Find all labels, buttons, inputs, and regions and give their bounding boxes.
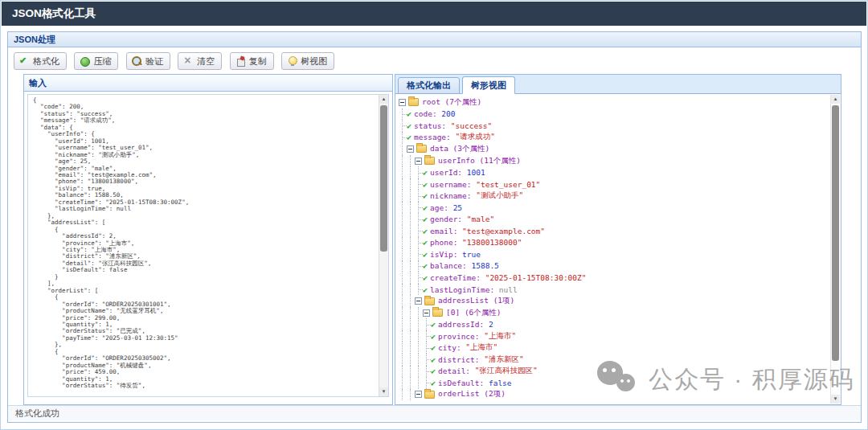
tree-indent-guide [399,120,407,132]
panel-header: JSON处理 [8,32,861,47]
tree-indent-guide [407,342,415,354]
collapse-toggle-icon[interactable] [407,145,414,153]
format-button[interactable]: 格式化 [14,52,67,70]
clear-button[interactable]: 清空 [178,52,222,70]
tree-indent-guide [407,260,415,272]
tree-leaf-node[interactable]: ✔district: "浦东新区" [399,354,828,366]
tree-scrollbar[interactable]: ▲ ▼ [830,95,840,403]
tree-leaf-node[interactable]: ✔nickname: "测试小助手" [399,190,828,202]
tree-folder-node[interactable]: orderList (2项) [399,389,828,401]
tree-node-value: "测试小助手" [472,190,524,201]
input-scrollbar[interactable]: ▲ ▼ [379,95,388,396]
scroll-up-arrow-icon[interactable]: ▲ [379,95,388,104]
tree-indent-guide [407,389,415,401]
compress-button-label: 压缩 [93,55,111,68]
tab-formatted-output-label: 格式化输出 [407,80,451,90]
tree-folder-node[interactable]: root (7个属性) [399,96,828,109]
tree-indent-guide [407,330,415,342]
tree-leaf-node[interactable]: ✔status: "success" [399,120,828,132]
check-icon: ✔ [431,367,436,375]
scroll-down-arrow-icon[interactable]: ▼ [379,387,388,396]
tree-node-key: isVip: [430,250,457,259]
tree-node-label: orderList (2项) [438,389,506,399]
tree-scrollbar-thumb[interactable] [832,105,839,361]
tree-leaf-node[interactable]: ✔createTime: "2025-01-15T08:30:00Z" [399,272,828,284]
tree-panel-body: root (7个属性)✔code: 200✔status: "success"✔… [395,94,841,404]
tree-indent-guide [407,190,415,202]
tree-node-value: true [457,250,481,259]
collapse-toggle-icon[interactable] [399,99,406,106]
compress-button[interactable]: 压缩 [74,52,118,70]
tree-leaf-node[interactable]: ✔province: "上海市" [399,330,828,342]
input-textarea-frame: { "code": 200, "status": "success", "mes… [27,94,389,397]
tree-indent-guide [399,307,407,319]
tree-leaf-node[interactable]: ✔isVip: true [399,248,828,260]
tree-node-key: balance: [430,261,467,270]
tree-indent-guide [407,272,415,284]
tree-indent-guide [415,272,423,284]
tree-node-key: district: [438,355,479,364]
tree-leaf-node[interactable]: ✔detail: "张江高科技园区" [399,366,828,378]
tree-leaf-node[interactable]: ✔email: "test@example.com" [399,225,828,237]
tree-indent-guide [415,248,423,260]
tree-folder-node[interactable]: addressList (1项) [399,295,828,307]
tree-leaf-node[interactable]: ✔code: 200 [399,109,828,121]
tree-leaf-node[interactable]: ✔username: "test_user_01" [399,178,828,190]
json-processing-panel: JSON处理 格式化 压缩 验证 清空 复制 [7,31,862,423]
tree-indent-guide [399,248,407,260]
tree-leaf-node[interactable]: ✔addressId: 2 [399,318,828,330]
tree-indent-guide [415,202,423,214]
tree-node-key: gender: [430,215,462,223]
check-icon [19,56,30,66]
collapse-toggle-icon[interactable] [423,309,430,317]
tree-indent-guide [415,330,423,342]
tree-node-key: status: [414,121,446,130]
tree-leaf-node[interactable]: ✔userId: 1001 [399,166,828,178]
tree-indent-guide [415,178,423,190]
tree-leaf-node[interactable]: ✔age: 25 [399,202,828,214]
tree-indent-guide [399,272,407,284]
tree-node-key: nickname: [430,191,471,200]
tree-indent-guide [399,225,407,237]
tree-node-value: 25 [448,203,462,212]
treeview-button[interactable]: 树视图 [281,52,334,70]
copy-button[interactable]: 复制 [230,52,274,70]
output-panel: 格式化输出 树形视图 root (7个属性)✔code: 200✔status:… [395,74,841,405]
tree-indent-guide [407,377,415,389]
output-tabbar: 格式化输出 树形视图 [395,75,841,94]
tree-leaf-node[interactable]: ✔lastLoginTime: null [399,284,828,296]
input-panel-header: 输入 [24,75,392,92]
collapse-toggle-icon[interactable] [415,391,422,398]
tree-leaf-node[interactable]: ✔isDefault: false [399,377,828,389]
panel-header-label: JSON处理 [8,32,861,47]
collapse-toggle-icon[interactable] [415,297,422,305]
scroll-down-arrow-icon[interactable]: ▼ [831,395,840,403]
tab-formatted-output[interactable]: 格式化输出 [398,77,460,94]
tree-indent-guide [399,166,407,178]
tree-node-key: province: [438,332,479,341]
tree-indent-guide [415,225,423,237]
scroll-up-arrow-icon[interactable]: ▲ [831,95,840,104]
input-scrollbar-thumb[interactable] [380,105,387,252]
tree-leaf-node[interactable]: ✔balance: 1588.5 [399,260,828,272]
check-icon: ✔ [431,355,436,364]
tree-indent-guide [415,213,423,225]
tab-tree-view[interactable]: 树形视图 [462,76,515,94]
tree-folder-node[interactable]: userInfo (11个属性) [399,155,828,167]
collapse-toggle-icon[interactable] [415,158,422,165]
tree-leaf-node[interactable]: ✔message: "请求成功" [399,132,828,144]
input-panel: 输入 { "code": 200, "status": "success", "… [23,74,393,405]
tree-leaf-node[interactable]: ✔phone: "13800138000" [399,237,828,249]
tree-indent-guide [399,109,407,121]
folder-icon [424,157,435,165]
tree-folder-node[interactable]: [0] (6个属性) [399,307,828,319]
json-input[interactable]: { "code": 200, "status": "success", "mes… [28,95,378,396]
validate-button[interactable]: 验证 [126,52,170,70]
tree-indent-guide [407,354,415,366]
tree-folder-node[interactable]: data (3个属性) [399,143,828,155]
tree-node-value: "success" [446,121,492,130]
tree-node-key: code: [414,109,437,118]
tree-leaf-node[interactable]: ✔gender: "male" [399,213,828,225]
tree-leaf-node[interactable]: ✔city: "上海市" [399,342,828,354]
tree-node-key: lastLoginTime: [430,285,494,294]
